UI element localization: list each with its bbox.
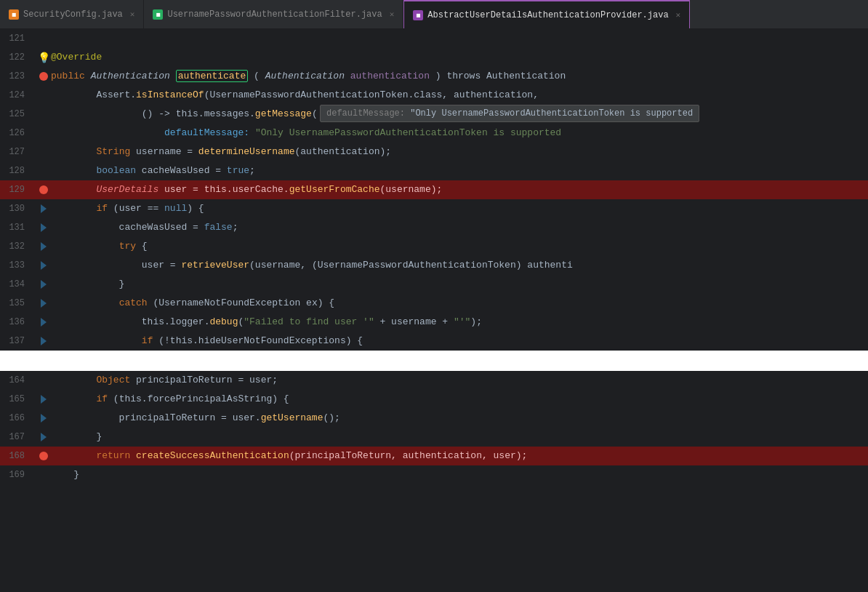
tab-bar: ◼ SecurityConfig.java ✕ ◼ UsernamePasswo…	[0, 0, 868, 29]
line-content-130: if (user == null) {	[51, 199, 862, 218]
line-content-127: String username = determineUsername(auth…	[51, 143, 862, 161]
code-line-165: 165 if (this.forcePrincipalAsString) {	[0, 390, 868, 409]
line-content-123: public Authentication authenticate ( Aut…	[51, 67, 862, 86]
line-num-122: 122	[0, 52, 36, 63]
line-content-165: if (this.forcePrincipalAsString) {	[51, 390, 862, 409]
bookmark-135	[41, 299, 47, 308]
line-content-133: user = retrieveUser(username, (UsernameP…	[51, 256, 862, 275]
code-line-131: 131 cacheWasUsed = false;	[0, 218, 868, 237]
line-content-134: }	[51, 275, 862, 294]
line-num-135: 135	[0, 298, 36, 308]
breakpoint-168	[39, 452, 48, 460]
method-authenticate: authenticate	[176, 70, 249, 82]
gutter-166	[36, 414, 51, 423]
line-num-128: 128	[0, 166, 36, 176]
bookmark-132	[41, 242, 47, 251]
bookmark-130	[41, 204, 47, 213]
code-line-122: 122 💡 @Override	[0, 48, 868, 67]
line-content-168: return createSuccessAuthentication(princ…	[51, 447, 862, 465]
gutter-132	[36, 242, 51, 251]
tab-security-config[interactable]: ◼ SecurityConfig.java ✕	[0, 0, 144, 28]
bookmark-136	[41, 318, 47, 327]
line-num-169: 169	[0, 470, 36, 480]
paren: (	[254, 71, 260, 81]
gutter-123	[36, 72, 51, 81]
gutter-165	[36, 395, 51, 404]
line-num-129: 129	[0, 185, 36, 195]
line-num-134: 134	[0, 279, 36, 289]
code-line-135: 135 catch (UsernameNotFoundException ex)…	[0, 294, 868, 313]
tab-icon-abstract: ◼	[413, 10, 423, 20]
line-content-137: if (!this.hideUserNotFoundExceptions) {	[51, 332, 862, 351]
throws: ) throws Authentication	[435, 71, 566, 81]
param-type: Authentication	[265, 71, 345, 81]
line-num-127: 127	[0, 147, 36, 157]
line-num-126: 126	[0, 128, 36, 138]
code-line-130: 130 if (user == null) {	[0, 199, 868, 218]
editor-gap	[0, 351, 868, 371]
line-num-130: 130	[0, 204, 36, 214]
code-line-136: 136 this.logger.debug("Failed to find us…	[0, 313, 868, 332]
gutter-133	[36, 261, 51, 270]
line-content-131: cacheWasUsed = false;	[51, 218, 862, 237]
code-line-121: 121	[0, 29, 868, 48]
breakpoint-129	[39, 185, 48, 194]
code-line-124: 124 Assert.isInstanceOf(UsernamePassword…	[0, 86, 868, 105]
bulb-icon: 💡	[38, 52, 50, 64]
tab-close-security[interactable]: ✕	[130, 9, 135, 19]
gutter-168	[36, 452, 51, 460]
line-content-126: defaultMessage: "Only UsernamePasswordAu…	[51, 124, 862, 143]
code-line-132: 132 try {	[0, 237, 868, 256]
bookmark-134	[41, 280, 47, 289]
line-content-124: Assert.isInstanceOf(UsernamePasswordAuth…	[51, 86, 862, 105]
kw-public: public	[51, 71, 85, 81]
bookmark-167	[41, 433, 47, 441]
line-content-122: @Override	[51, 48, 862, 67]
gutter-122: 💡	[36, 52, 51, 64]
line-content-128: boolean cacheWasUsed = true;	[51, 161, 862, 180]
line-content-167: }	[51, 428, 862, 447]
gutter-167	[36, 433, 51, 441]
line-num-136: 136	[0, 317, 36, 327]
line-num-125: 125	[0, 109, 36, 119]
code-line-134: 134 }	[0, 275, 868, 294]
gutter-135	[36, 299, 51, 308]
tab-filter[interactable]: ◼ UsernamePasswordAuthenticationFilter.j…	[144, 0, 403, 28]
code-line-129: 129 UserDetails user = this.userCache.ge…	[0, 180, 868, 199]
tooltip-popup: defaultMessage: "Only UsernamePasswordAu…	[320, 105, 699, 122]
line-num-164: 164	[0, 375, 36, 385]
line-num-132: 132	[0, 241, 36, 252]
code-line-168: 168 return createSuccessAuthentication(p…	[0, 447, 868, 465]
gutter-137	[36, 337, 51, 345]
code-line-169: 169 }	[0, 465, 868, 484]
tab-icon-filter: ◼	[153, 9, 163, 20]
code-line-123: 123 public Authentication authenticate (…	[0, 67, 868, 86]
line-content-135: catch (UsernameNotFoundException ex) {	[51, 294, 862, 313]
tab-close-abstract[interactable]: ✕	[676, 10, 681, 20]
tab-close-filter[interactable]: ✕	[390, 9, 395, 19]
code-line-164: 164 Object principalToReturn = user;	[0, 371, 868, 390]
tab-label-filter: UsernamePasswordAuthenticationFilter.jav…	[167, 9, 382, 20]
line-content-169: }	[51, 465, 862, 484]
line-num-123: 123	[0, 71, 36, 81]
line-content-136: this.logger.debug("Failed to find user '…	[51, 313, 862, 332]
tab-abstract[interactable]: ◼ AbstractUserDetailsAuthenticationProvi…	[403, 0, 690, 28]
bookmark-165	[41, 395, 47, 404]
line-content-129: UserDetails user = this.userCache.getUse…	[51, 180, 862, 199]
line-num-166: 166	[0, 413, 36, 423]
code-line-166: 166 principalToReturn = user.getUsername…	[0, 409, 868, 428]
line-num-131: 131	[0, 223, 36, 233]
line-num-133: 133	[0, 260, 36, 271]
line-num-165: 165	[0, 394, 36, 404]
line-content-132: try {	[51, 237, 862, 256]
param-name: authentication	[350, 71, 430, 81]
tab-label-security: SecurityConfig.java	[23, 9, 123, 20]
line-num-167: 167	[0, 432, 36, 442]
code-line-137: 137 if (!this.hideUserNotFoundExceptions…	[0, 332, 868, 351]
bookmark-137	[41, 337, 47, 345]
gutter-136	[36, 318, 51, 327]
type-authentication: Authentication	[91, 71, 170, 81]
bookmark-131	[41, 223, 47, 232]
code-line-128: 128 boolean cacheWasUsed = true;	[0, 161, 868, 180]
line-num-124: 124	[0, 90, 36, 100]
